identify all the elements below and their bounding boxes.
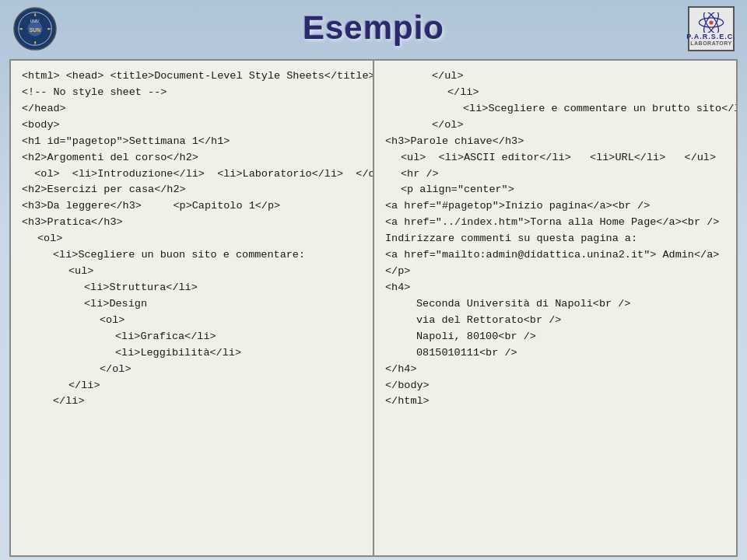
content-area: <html> <head> <title>Document-Level Styl… xyxy=(9,59,738,557)
code-line: </head> xyxy=(22,101,362,117)
code-line: Indirizzare commenti su questa pagina a: xyxy=(385,231,725,247)
code-line: <ul> xyxy=(22,264,362,280)
page-title: Esempio xyxy=(303,9,444,47)
code-line: <ul> <li>ASCII editor</li> <li>URL</li> … xyxy=(385,150,725,166)
code-line: <li>Struttura</li> xyxy=(22,280,362,296)
code-line: via del Rettorato<br /> xyxy=(385,313,725,329)
svg-text:UNIV.: UNIV. xyxy=(30,19,40,23)
parsec-name-text: P.A.R.S.E.C. xyxy=(686,33,735,40)
code-line: </li> xyxy=(22,394,362,410)
atom-icon xyxy=(696,12,726,33)
code-line: </p> xyxy=(385,264,725,280)
left-code-panel: <html> <head> <title>Document-Level Styl… xyxy=(9,59,374,557)
code-line: <hr /> xyxy=(385,166,725,183)
code-line: </body> xyxy=(385,378,725,394)
code-line: <h1 id="pagetop">Settimana 1</h1> xyxy=(22,134,362,150)
code-line: <a href="#pagetop">Inizio pagina</a><br … xyxy=(385,198,725,215)
right-code-panel: </ul> </li> <li>Scegliere e commentare u… xyxy=(374,59,738,557)
code-line: Seconda Università di Napoli<br /> xyxy=(385,296,725,313)
code-line: </ul> xyxy=(385,68,725,85)
code-line: <li>Scegliere e commentare un brutto sit… xyxy=(385,101,725,117)
code-line: </ol> xyxy=(22,362,362,378)
code-line: <h3>Da leggere</h3> <p>Capitolo 1</p> xyxy=(22,198,362,215)
university-logo-icon: SUN UNIV. xyxy=(12,6,58,51)
code-line: <li>Scegliere un buon sito e commentare: xyxy=(22,247,362,264)
code-line: <!-- No style sheet --> xyxy=(22,85,362,101)
header: SUN UNIV. Esempio P.A.R.S.E.C. LABORATOR… xyxy=(0,0,747,56)
code-line: <h2>Argomenti del corso</h2> xyxy=(22,150,362,166)
code-line: <li>Design xyxy=(22,296,362,313)
code-line: <h4> xyxy=(385,280,725,296)
code-line: <ol> xyxy=(22,231,362,247)
code-line: <li>Grafica</li> xyxy=(22,329,362,345)
code-line: <ol> xyxy=(22,313,362,329)
code-line: <li>Leggibilità</li> xyxy=(22,345,362,362)
svg-text:SUN: SUN xyxy=(30,27,40,33)
code-line: <h3>Pratica</h3> xyxy=(22,215,362,231)
code-line: </h4> xyxy=(385,362,725,378)
code-line: </html> xyxy=(385,394,725,410)
code-line: Napoli, 80100<br /> xyxy=(385,329,725,345)
code-line: <p align="center"> xyxy=(385,182,725,198)
parsec-logo: P.A.R.S.E.C. LABORATORY xyxy=(688,6,735,51)
logo-right: P.A.R.S.E.C. LABORATORY xyxy=(688,6,735,53)
logo-left: SUN UNIV. xyxy=(12,6,59,53)
code-line: <body> xyxy=(22,117,362,134)
code-line: <h3>Parole chiave</h3> xyxy=(385,134,725,150)
code-line: <a href="../index.htm">Torna alla Home P… xyxy=(385,215,725,231)
code-line: 0815010111<br /> xyxy=(385,345,725,362)
code-line: <h2>Esercizi per casa</h2> xyxy=(22,182,362,198)
code-line: <ol> <li>Introduzione</li> <li>Laborator… xyxy=(22,166,362,183)
code-line: </ol> xyxy=(385,117,725,134)
code-line: <a href="mailto:admin@didattica.unina2.i… xyxy=(385,247,725,264)
code-line: <html> <head> <title>Document-Level Styl… xyxy=(22,68,362,85)
code-line: </li> xyxy=(22,378,362,394)
code-line: </li> xyxy=(385,85,725,101)
svg-point-12 xyxy=(709,20,713,24)
parsec-sub-text: LABORATORY xyxy=(690,40,731,46)
